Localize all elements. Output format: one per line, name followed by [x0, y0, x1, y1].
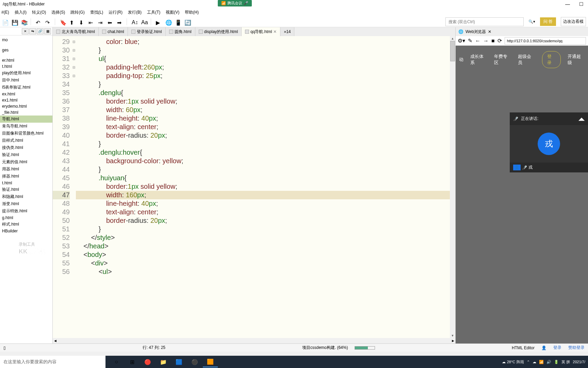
cortana-icon[interactable]: ○ — [109, 356, 124, 367]
file-item[interactable]: 择器.html — [0, 173, 52, 180]
view-mode-icon[interactable]: ▦ — [44, 28, 51, 34]
menu-item[interactable]: 插入(I) — [15, 10, 27, 15]
taskbar-search[interactable]: 在这里输入你要搜索的内容 — [0, 356, 105, 368]
file-item[interactable]: 青鸟导航.html — [0, 123, 52, 130]
sync-icon[interactable]: 🔄 — [184, 19, 189, 24]
menu-item[interactable]: 视图(V) — [166, 10, 179, 15]
search-dropdown-icon[interactable]: 🔍▾ — [528, 19, 535, 24]
file-item[interactable]: HBuilder — [0, 228, 52, 234]
tab-overflow[interactable]: »14 — [280, 27, 294, 36]
file-item[interactable]: _file.html — [0, 109, 52, 116]
hbuilder-icon[interactable]: 🟧 — [203, 356, 218, 367]
menu-item[interactable]: 帮助(H) — [185, 10, 199, 15]
save-icon[interactable]: 💾 — [12, 19, 16, 24]
editor-tab[interactable]: 北大青鸟导航.html — [53, 27, 99, 36]
date-time[interactable]: 2021/7/ — [573, 360, 585, 364]
login-link[interactable]: 登录 — [553, 345, 561, 351]
vertical-scrollbar[interactable]: ▲ ▼ — [450, 36, 455, 338]
volume-icon[interactable]: 🔊 — [546, 360, 551, 364]
menu-item[interactable]: #(E) — [1, 10, 9, 15]
file-item[interactable]: 目中.html — [0, 77, 52, 84]
folder-item[interactable]: mo — [0, 37, 52, 43]
file-item[interactable]: 导航.html — [0, 116, 52, 123]
nav-item[interactable]: 动 — [459, 57, 463, 63]
editor-body[interactable]: 2930313233343536373839404142434445464748… — [53, 36, 455, 338]
nav-item[interactable]: 超级会员 — [518, 53, 535, 66]
redo-icon[interactable]: ↷ — [45, 19, 50, 24]
file-item[interactable]: 提示特效.html — [0, 208, 52, 215]
app-icon[interactable]: 🟦 — [172, 356, 186, 367]
forward-icon[interactable]: → — [483, 38, 489, 44]
ime-indicator[interactable]: 英 拼 — [561, 359, 570, 365]
close-panel-icon[interactable]: ✕ — [22, 28, 29, 34]
settings-icon[interactable]: ⚙▾ — [458, 37, 465, 44]
editor-tab[interactable]: chat.html — [99, 27, 128, 36]
phone-icon[interactable]: 📱 — [175, 19, 180, 24]
indent-left-icon[interactable]: ⇤ — [88, 19, 93, 24]
scroll-track[interactable] — [58, 338, 451, 343]
login-button[interactable]: 登录 — [542, 51, 561, 68]
battery-icon[interactable]: 🔋 — [554, 360, 559, 364]
file-item[interactable]: 接伪类.html — [0, 144, 52, 151]
back-icon[interactable]: ← — [475, 38, 480, 44]
menu-item[interactable]: 运行(R) — [109, 10, 122, 15]
outdent-icon[interactable]: ⬅ — [108, 19, 112, 24]
menu-item[interactable]: 选择(S) — [51, 10, 65, 15]
app-icon[interactable]: ⚫ — [187, 356, 202, 367]
scroll-up-icon[interactable]: ▲ — [450, 36, 455, 41]
file-item[interactable]: 目图像和背景颜色.html — [0, 130, 52, 137]
live-edit-mode-button[interactable]: 边改边看模 — [561, 17, 586, 26]
horizontal-scrollbar[interactable]: ◀ ▶ — [53, 338, 455, 343]
file-item[interactable]: 渐变.html — [0, 200, 52, 208]
url-bar[interactable]: http://127.0.0.1:8020/cssdemo/qq — [505, 37, 586, 45]
file-item[interactable]: 目样式.html — [0, 137, 52, 144]
maximize-button[interactable]: ☐ — [574, 0, 588, 8]
file-item[interactable]: 元素的值.html — [0, 158, 52, 166]
close-tab-icon[interactable]: ✕ — [273, 29, 277, 34]
file-item[interactable]: ex1.html — [0, 97, 52, 103]
indent-icon[interactable]: ➡ — [117, 19, 122, 24]
file-item[interactable]: ex.html — [0, 91, 52, 97]
onedrive-icon[interactable]: ☁ — [533, 360, 536, 364]
terminal-icon[interactable]: ▯ — [3, 346, 6, 350]
collapse-icon[interactable]: ⇆ — [29, 28, 36, 34]
menu-item[interactable]: 查找(L) — [90, 10, 103, 15]
sponsor-link[interactable]: 赞助登录 — [568, 345, 585, 351]
bookmark-icon[interactable]: 🔖 — [60, 19, 65, 24]
stop-icon[interactable]: ■ — [491, 38, 495, 44]
browser-icon[interactable]: 🌐 — [165, 19, 170, 24]
code-content[interactable]: color: blue; } ul{ padding-left:260px; p… — [76, 36, 450, 338]
file-item[interactable]: 验证.html — [0, 151, 52, 158]
scroll-down-icon[interactable]: ▼ — [450, 333, 455, 338]
indent-right-icon[interactable]: ⇥ — [98, 19, 103, 24]
scroll-thumb[interactable] — [450, 41, 455, 61]
chevron-up-icon[interactable]: ⌃ — [527, 360, 530, 364]
editor-tab[interactable]: 圆角.html — [166, 27, 195, 36]
run-icon[interactable]: ▶ — [156, 19, 161, 24]
weather-widget[interactable]: ☁ 28°C 阵雨 — [502, 359, 524, 365]
file-item[interactable]: erydemo.html — [0, 103, 52, 109]
chrome-icon[interactable]: 🔴 — [140, 356, 155, 367]
scroll-right-icon[interactable]: ▶ — [451, 338, 455, 343]
file-item[interactable]: t.html — [0, 63, 52, 70]
file-item[interactable]: 验证.html — [0, 186, 52, 193]
link-icon[interactable]: 🔗 — [37, 28, 44, 34]
refresh-icon[interactable]: ⟳ — [497, 37, 502, 44]
menu-item[interactable]: 跳转(G) — [70, 10, 84, 15]
folder-item[interactable]: ges — [0, 47, 52, 53]
prev-bookmark-icon[interactable]: ⬆ — [69, 19, 74, 24]
format-icon[interactable]: Aa — [141, 19, 146, 24]
file-item[interactable]: 用器.html — [0, 166, 52, 173]
ask-button[interactable]: 问 答 — [540, 17, 556, 26]
file-item[interactable]: play的使用.html — [0, 70, 52, 77]
nav-item[interactable]: 年费专区 — [494, 53, 511, 66]
task-view-icon[interactable]: ⊞ — [125, 356, 140, 367]
file-item[interactable]: 和隐藏.html — [0, 193, 52, 200]
new-file-icon[interactable]: 📄 — [2, 19, 7, 24]
edit-icon[interactable]: ✎ — [468, 37, 472, 44]
nav-item[interactable]: 开通超级 — [568, 53, 585, 66]
minimize-button[interactable]: — — [561, 0, 574, 8]
scroll-left-icon[interactable]: ◀ — [53, 338, 58, 343]
save-all-icon[interactable]: 📚 — [21, 19, 26, 24]
next-bookmark-icon[interactable]: ⬇ — [79, 19, 84, 24]
